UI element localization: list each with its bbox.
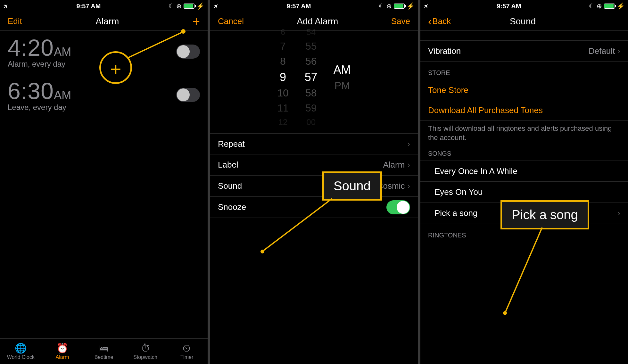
alarm-row[interactable]: 4:20AM Alarm, every day	[0, 31, 208, 74]
edit-button[interactable]: Edit	[8, 16, 22, 26]
chevron-right-icon: ›	[407, 139, 410, 149]
hour-column[interactable]: 6 7 8 9 10 11 12	[277, 27, 289, 127]
minute-column[interactable]: 54 55 56 57 58 59 00	[305, 27, 318, 127]
alarm-ampm: AM	[54, 45, 71, 58]
moon-icon: ☾	[589, 2, 595, 10]
song-title: Every Once In A While	[434, 166, 517, 176]
chevron-right-icon: ›	[407, 160, 410, 170]
statusbar-time: 9:57 AM	[77, 3, 101, 10]
picker-value: 00	[306, 117, 316, 127]
time-picker[interactable]: 6 7 8 9 10 11 12 54 55 56 57 58 59 00 AM…	[210, 31, 418, 124]
tab-label: Bedtime	[95, 354, 113, 360]
picker-value: 12	[278, 117, 288, 127]
moon-icon: ☾	[379, 2, 384, 10]
picker-value: 58	[305, 87, 317, 99]
navbar: Edit Alarm +	[0, 12, 208, 31]
sound-row[interactable]: Sound Cosmic›	[210, 176, 418, 197]
row-label: Label	[218, 160, 238, 170]
page-title: Sound	[510, 16, 536, 27]
repeat-row[interactable]: Repeat ›	[210, 133, 418, 154]
bed-icon: 🛏	[99, 343, 109, 354]
navbar: ‹ Back Sound	[420, 12, 628, 31]
alarm-time: 6:30	[8, 78, 54, 104]
snooze-toggle[interactable]	[386, 200, 410, 214]
tab-bar: 🌐World Clock ⏰Alarm 🛏Bedtime ⏱Stopwatch …	[0, 338, 208, 364]
picker-value: 7	[280, 40, 286, 52]
download-description: This will download all ringtones and ale…	[420, 121, 628, 148]
svg-point-5	[503, 311, 507, 315]
battery-icon	[604, 4, 615, 9]
song-row[interactable]: Every Once In A While	[420, 161, 628, 182]
add-alarm-button[interactable]: +	[193, 15, 200, 28]
page-title: Add Alarm	[297, 16, 338, 27]
songs-header: SONGS	[420, 148, 628, 161]
statusbar-time: 9:57 AM	[287, 3, 311, 10]
store-header: STORE	[420, 62, 628, 80]
alarm-ampm: AM	[54, 88, 71, 102]
timer-icon: ⏲	[182, 343, 192, 354]
globe-icon: 🌐	[15, 343, 27, 354]
song-title: Pick a song	[434, 208, 477, 218]
picker-value: 10	[277, 87, 289, 99]
picker-value: 56	[305, 55, 317, 67]
snooze-row: Snooze	[210, 197, 418, 218]
airplane-icon: ✈	[422, 2, 431, 11]
tone-store-link[interactable]: Tone Store	[420, 80, 628, 100]
tab-alarm[interactable]: ⏰Alarm	[42, 339, 83, 364]
alarm-row[interactable]: 6:30AM Leave, every day	[0, 74, 208, 117]
save-button[interactable]: Save	[391, 16, 410, 26]
annotation-sound-box: Sound	[322, 171, 382, 201]
picker-value-selected: 9	[280, 70, 286, 84]
battery-icon	[184, 4, 194, 9]
song-row[interactable]: Eyes On You	[420, 182, 628, 203]
stopwatch-icon: ⏱	[141, 343, 150, 354]
tab-label: Timer	[180, 354, 193, 360]
picker-value: 8	[280, 55, 286, 67]
moon-icon: ☾	[169, 2, 174, 10]
status-bar: ✈ 9:57 AM ☾ ⊕ ⚡	[210, 0, 418, 12]
vibration-row[interactable]: Vibration Default›	[420, 40, 628, 62]
annotation-pick-box: Pick a song	[500, 200, 589, 229]
alarm-list-screen: ✈ 9:57 AM ☾ ⊕ ⚡ Edit Alarm + 4:20AM Alar…	[0, 0, 208, 364]
alarm-toggle[interactable]	[176, 45, 200, 59]
charging-icon: ⚡	[196, 2, 204, 10]
alarm-icon: ⏰	[56, 343, 68, 354]
tab-label: World Clock	[7, 354, 35, 360]
tab-worldclock[interactable]: 🌐World Clock	[0, 339, 42, 364]
tab-label: Alarm	[56, 354, 69, 360]
charging-icon: ⚡	[617, 2, 625, 10]
picker-value: 54	[306, 27, 316, 37]
row-label: Vibration	[428, 46, 461, 56]
alarm-subtitle: Leave, every day	[8, 103, 71, 112]
chevron-left-icon: ‹	[428, 15, 432, 28]
airplane-icon: ✈	[1, 2, 11, 11]
row-label: Sound	[218, 181, 242, 191]
download-tones-link[interactable]: Download All Purchased Tones	[420, 100, 628, 121]
lock-icon: ⊕	[597, 2, 602, 10]
picker-value-selected: 57	[305, 70, 318, 84]
tab-stopwatch[interactable]: ⏱Stopwatch	[125, 339, 166, 364]
alarm-subtitle: Alarm, every day	[8, 60, 71, 69]
charging-icon: ⚡	[407, 2, 415, 10]
label-row[interactable]: Label Alarm›	[210, 154, 418, 176]
picker-value: 55	[305, 40, 317, 52]
back-button[interactable]: ‹ Back	[428, 15, 451, 28]
lock-icon: ⊕	[386, 2, 392, 10]
sound-screen: ✈ 9:57 AM ☾ ⊕ ⚡ ‹ Back Sound Vibration D…	[420, 0, 628, 364]
alarm-toggle[interactable]	[176, 88, 200, 102]
alarm-time: 4:20	[8, 35, 54, 61]
status-bar: ✈ 9:57 AM ☾ ⊕ ⚡	[0, 0, 208, 12]
page-title: Alarm	[95, 16, 119, 27]
picker-value-selected: AM	[334, 63, 351, 77]
row-label: Snooze	[218, 202, 246, 212]
chevron-right-icon: ›	[407, 181, 410, 191]
airplane-icon: ✈	[211, 2, 221, 11]
cancel-button[interactable]: Cancel	[218, 16, 244, 26]
ampm-column[interactable]: AM PM	[334, 63, 351, 92]
row-label: Repeat	[218, 139, 245, 149]
tab-label: Stopwatch	[133, 354, 157, 360]
tab-bedtime[interactable]: 🛏Bedtime	[83, 339, 125, 364]
row-value: Alarm	[383, 160, 405, 170]
picker-value: 6	[281, 27, 285, 37]
tab-timer[interactable]: ⏲Timer	[166, 339, 208, 364]
